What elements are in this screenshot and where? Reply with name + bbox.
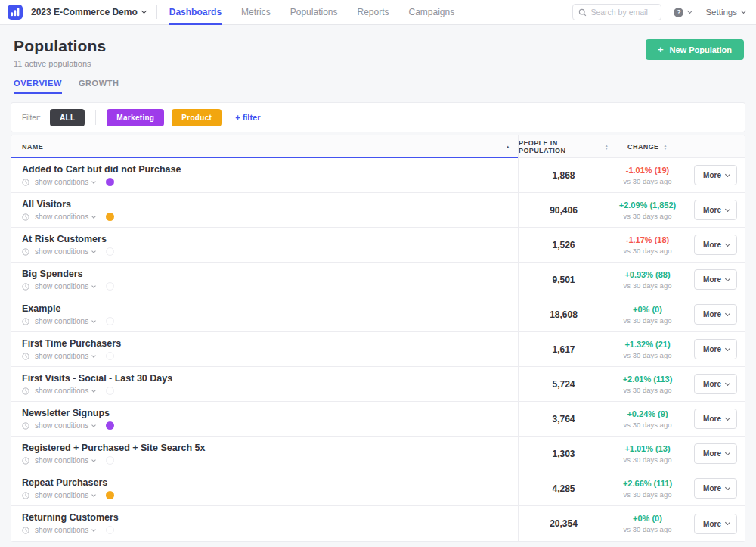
- show-conditions-toggle[interactable]: show conditions: [35, 352, 88, 360]
- change-period: vs 30 days ago: [624, 281, 672, 290]
- chevron-down-icon: [91, 388, 96, 393]
- filter-tag-marketing[interactable]: Marketing: [107, 109, 164, 126]
- population-name[interactable]: Registered + Purchased + Site Search 5x: [22, 443, 518, 453]
- more-button[interactable]: More: [694, 409, 737, 429]
- show-conditions-toggle[interactable]: show conditions: [35, 213, 88, 221]
- table-row: At Risk Customersshow conditions1,526-1.…: [11, 228, 745, 263]
- show-conditions-toggle[interactable]: show conditions: [35, 317, 88, 325]
- search-input[interactable]: [590, 8, 655, 17]
- show-conditions-toggle[interactable]: show conditions: [35, 387, 88, 395]
- category-dot-empty: [106, 456, 114, 465]
- category-dot: [106, 491, 114, 499]
- chevron-down-icon: [91, 527, 96, 532]
- change-period: vs 30 days ago: [624, 351, 672, 359]
- table-row: Newsletter Signupsshow conditions3,764+0…: [11, 402, 745, 437]
- nav-item-populations[interactable]: Populations: [290, 0, 338, 25]
- more-label: More: [703, 206, 721, 214]
- people-count: 3,764: [518, 402, 609, 436]
- population-name[interactable]: First Visits - Social - Last 30 Days: [22, 373, 518, 384]
- more-button[interactable]: More: [694, 514, 737, 534]
- settings-menu[interactable]: Settings: [705, 8, 745, 17]
- chevron-down-icon: [91, 353, 96, 358]
- actions-cell: More: [686, 297, 745, 331]
- table-row: Repeat Purchasersshow conditions4,285+2.…: [11, 471, 745, 506]
- show-conditions-toggle[interactable]: show conditions: [35, 456, 88, 465]
- tab-overview[interactable]: OVERVIEW: [14, 79, 62, 94]
- chevron-down-icon: [725, 275, 730, 281]
- table-row: First Time Purchasersshow conditions1,61…: [11, 332, 745, 367]
- tab-growth[interactable]: GROWTH: [79, 79, 119, 94]
- main-nav: DashboardsMetricsPopulationsReportsCampa…: [169, 0, 474, 25]
- population-name[interactable]: Added to Cart but did not Purchase: [22, 164, 518, 175]
- column-header-change[interactable]: CHANGE ▲▼: [609, 135, 686, 157]
- add-filter-link[interactable]: + filter: [235, 113, 260, 122]
- nav-item-campaigns[interactable]: Campaigns: [409, 0, 455, 25]
- category-dot-empty: [106, 526, 114, 534]
- more-button[interactable]: More: [694, 374, 737, 394]
- more-label: More: [703, 484, 721, 493]
- filter-tag-product[interactable]: Product: [172, 109, 222, 126]
- population-name[interactable]: Repeat Purchasers: [22, 477, 518, 488]
- show-conditions-toggle[interactable]: show conditions: [35, 491, 88, 499]
- filter-all-button[interactable]: ALL: [50, 109, 85, 126]
- more-button[interactable]: More: [694, 269, 737, 290]
- more-button[interactable]: More: [694, 478, 737, 499]
- topbar-divider: [156, 5, 157, 19]
- change-period: vs 30 days ago: [624, 455, 672, 464]
- more-button[interactable]: More: [694, 304, 737, 325]
- chevron-down-icon: [725, 520, 730, 525]
- show-conditions-toggle[interactable]: show conditions: [35, 421, 88, 430]
- population-name[interactable]: First Time Purchasers: [22, 338, 518, 349]
- more-button[interactable]: More: [694, 165, 737, 185]
- population-name-cell: First Time Purchasersshow conditions: [11, 332, 518, 366]
- chevron-down-icon: [725, 415, 730, 420]
- change-value: +1.01% (13): [624, 444, 670, 453]
- more-label: More: [703, 415, 721, 423]
- more-button[interactable]: More: [694, 200, 737, 220]
- new-population-button[interactable]: + New Population: [646, 39, 744, 60]
- sort-ascending-icon: ▲: [506, 145, 510, 149]
- people-count: 90,406: [518, 193, 609, 227]
- column-header-name[interactable]: NAME ▲: [11, 135, 518, 157]
- project-switcher[interactable]: 2023 E-Commerce Demo: [31, 7, 146, 17]
- change-period: vs 30 days ago: [624, 421, 672, 429]
- help-menu[interactable]: ?: [674, 8, 692, 17]
- change-value: +1.32% (21): [624, 340, 670, 349]
- more-button[interactable]: More: [694, 443, 737, 464]
- app-logo-icon[interactable]: [8, 5, 23, 20]
- column-header-people[interactable]: PEOPLE IN POPULATION ▲▼: [518, 135, 609, 157]
- more-label: More: [703, 171, 721, 179]
- content: Filter: ALL MarketingProduct + filter NA…: [0, 95, 756, 547]
- population-name[interactable]: Returning Customers: [22, 512, 518, 523]
- category-dot-empty: [106, 317, 114, 325]
- show-conditions-toggle[interactable]: show conditions: [35, 282, 88, 291]
- page-title: Populations: [14, 37, 106, 55]
- population-name[interactable]: Big Spenders: [22, 269, 518, 279]
- population-name[interactable]: Newsletter Signups: [22, 408, 518, 418]
- filter-divider: [95, 110, 96, 125]
- population-name[interactable]: Example: [22, 303, 518, 314]
- search-icon: [578, 8, 587, 17]
- change-period: vs 30 days ago: [624, 386, 672, 394]
- more-button[interactable]: More: [694, 235, 737, 255]
- nav-item-reports[interactable]: Reports: [357, 0, 389, 25]
- plus-icon: +: [658, 44, 664, 55]
- clock-icon: [22, 353, 29, 360]
- population-name[interactable]: All Visitors: [22, 199, 518, 210]
- more-button[interactable]: More: [694, 339, 737, 359]
- nav-item-dashboards[interactable]: Dashboards: [169, 0, 222, 25]
- show-conditions-toggle[interactable]: show conditions: [35, 247, 88, 256]
- show-conditions-toggle[interactable]: show conditions: [35, 178, 88, 186]
- population-name[interactable]: At Risk Customers: [22, 234, 518, 244]
- conditions-row: show conditions: [22, 178, 518, 186]
- chevron-down-icon: [91, 249, 96, 253]
- email-search[interactable]: [572, 4, 662, 20]
- clock-icon: [22, 179, 29, 186]
- actions-cell: More: [686, 263, 745, 297]
- clock-icon: [22, 213, 29, 221]
- change-cell: +0% (0)vs 30 days ago: [609, 506, 686, 541]
- clock-icon: [22, 457, 29, 465]
- change-period: vs 30 days ago: [624, 525, 672, 533]
- show-conditions-toggle[interactable]: show conditions: [35, 526, 88, 534]
- nav-item-metrics[interactable]: Metrics: [241, 0, 271, 25]
